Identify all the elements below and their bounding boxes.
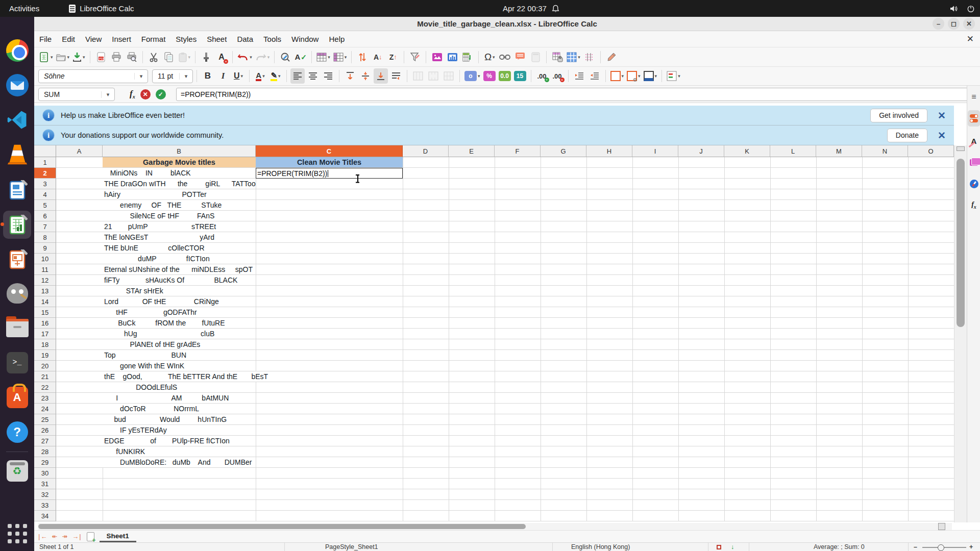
first-sheet-icon[interactable]: |←: [38, 533, 47, 540]
zoom-out-icon[interactable]: –: [914, 543, 917, 550]
find-replace-button[interactable]: [278, 49, 292, 65]
column-header-L[interactable]: L: [770, 145, 816, 157]
split-handle-icon[interactable]: [957, 146, 965, 151]
cell-b11[interactable]: Eternal sUNshine of the miNDLEss spOT: [103, 264, 253, 274]
row-header-21[interactable]: 21: [34, 371, 56, 382]
row-header-30[interactable]: 30: [34, 468, 56, 479]
sheet-tab-sheet1[interactable]: Sheet1: [100, 531, 136, 542]
function-wizard-icon[interactable]: fx: [130, 89, 135, 99]
row-header-8[interactable]: 8: [34, 232, 56, 243]
sort-ascending-button[interactable]: A↓: [371, 49, 385, 65]
column-header-B[interactable]: B: [103, 145, 256, 157]
menu-styles[interactable]: Styles: [170, 35, 202, 43]
sidebar-gallery-icon[interactable]: [968, 156, 980, 168]
cell-b4[interactable]: hAiry POTTer: [103, 189, 207, 199]
cell-b18[interactable]: PlANEt of tHE grAdEs: [103, 339, 200, 349]
get-involved-button[interactable]: Get involved: [870, 109, 927, 122]
sidebar-settings-icon[interactable]: ≡: [968, 91, 980, 103]
delete-decimal-button[interactable]: .00 ×: [550, 68, 565, 84]
sidebar-styles-icon[interactable]: A: [968, 135, 980, 147]
cell-b6[interactable]: SileNcE oF tHF FAnS: [103, 211, 214, 221]
select-all-corner[interactable]: [34, 145, 56, 157]
cell-b25[interactable]: bud Would hUnTInG: [103, 414, 227, 424]
previous-sheet-icon[interactable]: ↞: [52, 533, 58, 540]
cell-b24[interactable]: dOcToR NOrrmL: [103, 404, 199, 414]
column-header-K[interactable]: K: [724, 145, 770, 157]
close-document-icon[interactable]: ✕: [967, 34, 974, 44]
print-preview-button[interactable]: [125, 49, 139, 65]
copy-button[interactable]: [162, 49, 176, 65]
cell-c2-editing[interactable]: =PROPER(TRIM(B2)): [256, 168, 403, 179]
headers-footers-button[interactable]: [528, 49, 543, 65]
close-infobar-icon[interactable]: ✕: [938, 130, 946, 141]
row-header-23[interactable]: 23: [34, 393, 56, 404]
cell-b5[interactable]: enemy OF THE STuke: [103, 200, 222, 210]
column-header-E[interactable]: E: [449, 145, 495, 157]
row-header-6[interactable]: 6: [34, 211, 56, 221]
align-left-button[interactable]: [290, 68, 305, 84]
menu-tools[interactable]: Tools: [258, 35, 286, 43]
row-header-16[interactable]: 16: [34, 318, 56, 329]
row-header-7[interactable]: 7: [34, 221, 56, 232]
align-bottom-button[interactable]: [374, 68, 388, 84]
save-button[interactable]: ▾: [71, 49, 86, 65]
row-header-2[interactable]: 2: [34, 168, 56, 179]
column-header-F[interactable]: F: [495, 145, 541, 157]
dock-trash-icon[interactable]: ♻: [3, 457, 31, 485]
cell-b17[interactable]: hUg cluB: [103, 329, 214, 339]
add-sheet-icon[interactable]: [87, 532, 94, 541]
draw-functions-button[interactable]: [604, 49, 619, 65]
cell-b15[interactable]: tHF gODFAThr: [103, 307, 197, 317]
font-size-combo[interactable]: 11 pt ▾: [152, 69, 193, 83]
cell-b9[interactable]: THE bUnE cOlleCTOR: [103, 243, 205, 253]
freeze-rows-columns-button[interactable]: [550, 49, 565, 65]
insert-comment-button[interactable]: [513, 49, 527, 65]
row-header-24[interactable]: 24: [34, 404, 56, 414]
center-vertically-button[interactable]: [358, 68, 373, 84]
dock-software-icon[interactable]: A: [3, 383, 31, 411]
name-box[interactable]: SUM ▾: [38, 88, 115, 101]
cell-b14[interactable]: Lord OF tHE CRiNge: [103, 296, 219, 307]
merge-cells-button[interactable]: [411, 68, 425, 84]
insert-chart-button[interactable]: [445, 49, 459, 65]
cell-b26[interactable]: IF yEsTERdAy: [103, 425, 167, 435]
page-style[interactable]: PageStyle_Sheet1: [325, 543, 378, 550]
column-header-I[interactable]: I: [632, 145, 678, 157]
zoom-slider[interactable]: [922, 547, 966, 548]
menu-window[interactable]: Window: [286, 35, 324, 43]
row-header-12[interactable]: 12: [34, 275, 56, 286]
font-size-dropdown-icon[interactable]: ▾: [179, 73, 192, 80]
add-decimal-button[interactable]: .00 +: [535, 68, 549, 84]
row-header-20[interactable]: 20: [34, 361, 56, 371]
cell-b22[interactable]: DOOdLEfulS: [103, 382, 177, 392]
menu-view[interactable]: View: [80, 35, 107, 43]
column-header-O[interactable]: O: [908, 145, 954, 157]
vertical-scrollbar-thumb[interactable]: [957, 159, 965, 327]
highlight-color-button[interactable]: ✎▾: [268, 68, 283, 84]
close-infobar-icon[interactable]: ✕: [938, 110, 946, 121]
font-name-dropdown-icon[interactable]: ▾: [134, 73, 148, 80]
borders-button[interactable]: ▾: [609, 68, 625, 84]
document-modified-icon[interactable]: ↓: [731, 543, 734, 550]
dock-terminal-icon[interactable]: >_: [3, 348, 31, 377]
open-file-button[interactable]: ▾: [55, 49, 71, 65]
insert-column-button[interactable]: ▾: [332, 49, 348, 65]
cell-b29[interactable]: DuMBloDoRE: duMb And DUMBer: [103, 457, 252, 467]
cell-b2[interactable]: MiniONs IN blACK: [103, 168, 191, 178]
dock-impress-icon[interactable]: [3, 245, 31, 273]
cell-b8[interactable]: ThE loNGEsT yArd: [103, 232, 214, 242]
increase-indent-button[interactable]: [572, 68, 586, 84]
clear-formatting-button[interactable]: A ×: [214, 49, 229, 65]
close-button[interactable]: ✕: [963, 18, 975, 30]
cell-b21[interactable]: thE gOod, ThE bETTER And thE bEsT: [103, 371, 268, 382]
row-header-33[interactable]: 33: [34, 500, 56, 511]
border-color-button[interactable]: ▾: [643, 68, 658, 84]
focused-window-button[interactable]: LibreOffice Calc: [69, 4, 134, 13]
row-header-11[interactable]: 11: [34, 264, 56, 275]
dock-writer-icon[interactable]: [3, 176, 31, 204]
cell-b10[interactable]: duMP fICTIon: [103, 254, 210, 264]
cell-c1[interactable]: Clean Movie Titles: [256, 157, 403, 167]
cell-b1[interactable]: Garbage Movie titles: [103, 157, 256, 167]
menu-file[interactable]: File: [34, 35, 57, 43]
border-style-button[interactable]: ⚙▾: [626, 68, 642, 84]
